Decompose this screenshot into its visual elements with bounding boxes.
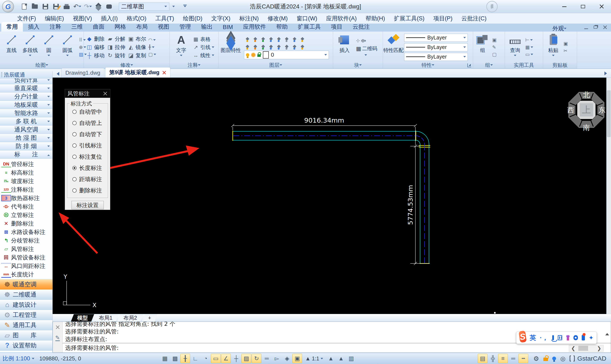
dialog-close-icon[interactable] — [103, 91, 108, 96]
document-tab[interactable]: Drawing1.dwg — [61, 68, 104, 78]
ribbon-tab[interactable]: 布局 — [131, 22, 153, 32]
settings-gear-icon[interactable]: ⚙ — [533, 355, 539, 362]
ribbon-tab[interactable]: 三维 — [66, 22, 88, 32]
status-toggle-icon[interactable]: ╂ — [180, 354, 190, 363]
tab-scroll-left-icon[interactable] — [55, 72, 59, 76]
ime-language-mode[interactable]: 英 — [530, 333, 536, 342]
annotation-mode-option[interactable]: 长度标注 — [67, 162, 108, 173]
drawing-canvas[interactable]: 9016.34mm 5774.53mm — [53, 78, 611, 314]
redo-icon[interactable]: ↷ — [84, 3, 92, 10]
isolate-objects-icon[interactable]: ◎ — [560, 355, 565, 362]
scale-control[interactable]: 比例 1:100 — [2, 355, 34, 362]
restore-button[interactable] — [574, 0, 592, 13]
status-toggle-icon[interactable]: ▤ — [478, 354, 488, 363]
ribbon-tab[interactable]: 插入 — [23, 22, 45, 32]
ribbon-tab[interactable]: 云批注 — [348, 22, 375, 32]
microphone-icon[interactable] — [552, 335, 554, 340]
sogou-logo-icon[interactable]: S — [519, 330, 527, 343]
draw-tool-button[interactable]: 多段线 — [21, 33, 39, 61]
scrollbar-thumb[interactable] — [607, 90, 611, 137]
status-toggle-icon[interactable]: ∟ — [191, 354, 200, 363]
annotate-tool-button[interactable]: ↗ 引线 — [193, 44, 214, 51]
radio-icon[interactable] — [72, 121, 77, 125]
annotation-tool-item[interactable]: 回 风管设备标注 — [0, 253, 52, 262]
status-toggle-icon[interactable]: ┅ — [519, 354, 528, 363]
sidebar-category[interactable]: 防 排 烟 — [0, 142, 52, 150]
qr-code-button[interactable]: ▦二维码 — [356, 45, 377, 52]
status-toggle-icon[interactable]: ┼ — [231, 354, 241, 363]
module-item[interactable]: ？ 设置帮助 — [0, 340, 52, 351]
paste-button[interactable]: 粘贴 — [545, 33, 561, 61]
scroll-left-icon[interactable]: ❮ — [569, 345, 577, 351]
toolbar-overflow-icon[interactable] — [172, 6, 175, 9]
layer-select[interactable]: 0 — [244, 51, 329, 59]
annotation-tool-item[interactable]: i‰ 坡度标注 — [0, 177, 52, 185]
panel-label-utilities[interactable]: 实用工具 — [505, 62, 543, 68]
appearance-menu[interactable]: 外观 — [552, 25, 566, 32]
menu-item[interactable]: 标注(N) — [235, 15, 263, 22]
text-tool-button[interactable]: A 文字 — [172, 33, 191, 61]
compass-north-label[interactable]: 北 — [583, 91, 590, 99]
command-scrollbar[interactable]: ❮ ❯ — [569, 345, 604, 352]
sidebar-category[interactable]: 垂直采暖 — [0, 84, 52, 92]
annotation-tool-item[interactable]: ·G· 代号标注 — [0, 202, 52, 211]
compass-south-label[interactable]: 南 — [583, 123, 590, 132]
modify-tool-button[interactable]: ▰ 分解 — [107, 35, 125, 42]
layout-tab[interactable]: + — [142, 314, 158, 322]
save-icon[interactable] — [42, 3, 49, 10]
compass-west-label[interactable]: 西 — [567, 106, 574, 114]
module-item[interactable]: ⌂ 建筑设计 — [0, 300, 52, 310]
status-toggle-icon[interactable]: ╬ — [488, 354, 498, 363]
annotation-mode-option[interactable]: 自动管下 — [67, 129, 108, 140]
duct-elbow[interactable] — [416, 131, 430, 147]
panel-label-annotate[interactable]: 注释 — [170, 62, 218, 68]
expand-command-icon[interactable] — [605, 331, 609, 335]
menu-item[interactable]: 窗口(W) — [292, 15, 322, 22]
status-toggle-icon[interactable]: ▭ — [211, 354, 221, 363]
draw-tool-button[interactable]: 圆 — [39, 33, 58, 61]
doc-close-icon[interactable] — [603, 25, 607, 29]
modify-tool-button[interactable]: ◨ 拉伸 — [107, 44, 125, 51]
new-file-icon[interactable] — [20, 3, 28, 10]
duct-horizontal[interactable] — [233, 131, 416, 141]
status-toggle-icon[interactable]: ▨ — [241, 354, 251, 363]
ime-punctuation[interactable]: ·， — [540, 333, 548, 342]
ribbon-tab[interactable]: 输出 — [196, 22, 218, 32]
ribbon-tab[interactable]: BIM — [218, 23, 238, 32]
menu-item[interactable]: 云批注(C) — [457, 15, 491, 22]
annotation-tool-item[interactable]: ≡ 标高标注 — [0, 169, 52, 177]
ribbon-tab[interactable]: 曲面 — [88, 22, 109, 32]
command-input[interactable]: 选择需要标注的风管: — [63, 343, 611, 352]
menu-item[interactable]: 修改(M) — [263, 15, 292, 22]
annotation-tool-item[interactable]: DN 管径标注 — [0, 160, 52, 169]
status-toggle-icon[interactable]: ▲ — [326, 354, 336, 363]
compass-east-label[interactable]: 东 — [599, 106, 606, 114]
close-button[interactable] — [592, 0, 611, 13]
menu-item[interactable]: 应用软件(A) — [322, 15, 361, 22]
radio-icon[interactable] — [72, 110, 77, 114]
comment-icon[interactable] — [105, 3, 113, 10]
annotation-tool-item[interactable]: 3 散热器标注 — [0, 194, 52, 202]
annotation-mode-option[interactable]: 距墙标注 — [67, 173, 108, 185]
layout-tab[interactable]: 布局2 — [117, 314, 143, 322]
sidebar-category[interactable]: 通风空调 — [0, 126, 52, 134]
layer-tools-row[interactable] — [244, 35, 329, 42]
group-button[interactable]: 组 — [475, 33, 490, 61]
sidebar-category[interactable]: 焓 湿 图 — [0, 134, 52, 142]
modify-tool-button[interactable]: ┼ 移动 — [86, 52, 104, 59]
ribbon-tab[interactable]: 视图 — [153, 22, 174, 32]
module-item[interactable]: ⚙ 工程管理 — [0, 310, 52, 320]
status-toggle-icon[interactable]: ↻ — [252, 354, 261, 363]
save-as-icon[interactable] — [52, 3, 60, 10]
modify-tool-button[interactable]: ↻ 旋转 — [107, 52, 125, 59]
status-toggle-icon[interactable]: ◔ — [201, 354, 210, 363]
scrollbar-thumb[interactable] — [578, 346, 588, 351]
ribbon-tab[interactable]: 常用 — [1, 22, 23, 32]
status-toggle-icon[interactable]: ▲ — [336, 354, 346, 363]
sidebar-category[interactable]: 标 注 — [0, 150, 52, 159]
command-close-icon[interactable] — [55, 325, 60, 329]
user-avatar[interactable] — [486, 1, 498, 12]
minimize-button[interactable] — [555, 0, 574, 13]
ribbon-tab[interactable]: 应用软件 — [238, 22, 271, 32]
match-properties-button[interactable]: 特性匹配 — [385, 33, 402, 61]
